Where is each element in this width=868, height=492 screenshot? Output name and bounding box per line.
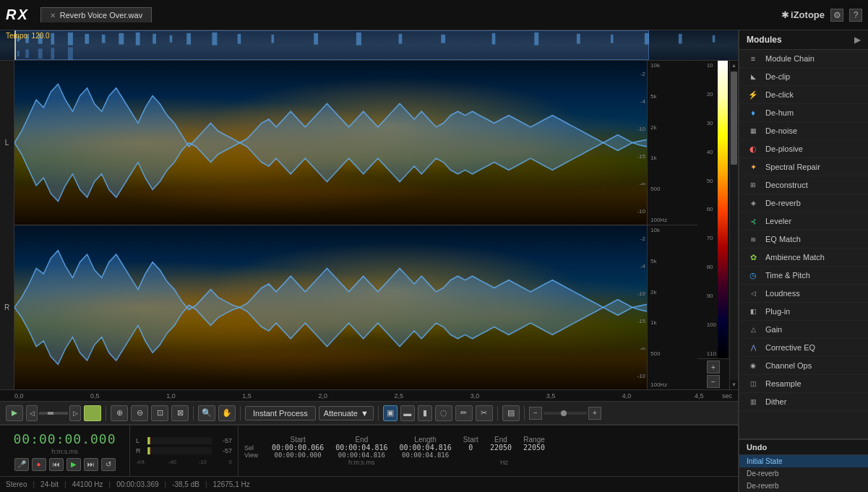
module-spectral-repair[interactable]: ✦ Spectral Repair xyxy=(739,158,868,176)
db-label-R-3: -10 xyxy=(627,290,645,297)
module-deconstruct[interactable]: ⊞ Deconstruct xyxy=(739,176,868,194)
file-tab[interactable]: ✕ Reverb Voice Over.wav xyxy=(40,7,152,22)
module-deconstruct-icon: ⊞ xyxy=(747,180,760,190)
module-leveler[interactable]: ⊰ Leveler xyxy=(739,212,868,230)
scroll-track[interactable] xyxy=(730,70,738,380)
module-channel-ops-icon: ◉ xyxy=(747,361,760,371)
tab-close-icon[interactable]: ✕ xyxy=(50,12,56,20)
lasso-btn[interactable]: ◌ xyxy=(435,405,452,421)
module-eq-match[interactable]: ≋ EQ Match xyxy=(739,230,868,249)
module-dehum-label: De-hum xyxy=(765,108,794,117)
waveform-overview[interactable]: Tempo: 120.0 xyxy=(0,30,738,61)
mic-btn[interactable]: 🎤 xyxy=(14,458,29,471)
module-dither-label: Dither xyxy=(765,397,786,406)
module-declip-label: De-clip xyxy=(765,72,790,81)
module-chain[interactable]: ≡ Module Chain xyxy=(739,50,868,68)
history-section: Undo Initial State De-reverb De-reverb xyxy=(739,439,868,492)
fast-fwd-btn[interactable]: ⏭ xyxy=(84,458,98,471)
history-item-dereverb-1[interactable]: De-reverb xyxy=(739,467,868,480)
zoom-slider[interactable] xyxy=(39,412,68,415)
channel-L[interactable]: -2 -4 -10 -15 -∞ -10 xyxy=(14,61,647,225)
db-label-L-3: -10 xyxy=(627,126,645,132)
zoom-in-btn[interactable]: ⊕ xyxy=(111,405,128,421)
scroll-up-btn[interactable]: ▲ xyxy=(730,61,738,70)
scroll-down-btn[interactable]: ▼ xyxy=(730,380,738,389)
spectrogram-main[interactable]: -2 -4 -10 -15 -∞ -10 xyxy=(14,61,647,389)
instant-process-button[interactable]: Instant Process xyxy=(245,406,316,420)
module-dither-icon: ▥ xyxy=(747,397,760,407)
magnify-btn[interactable]: 🔍 xyxy=(198,405,215,421)
status-db: -38,5 dB xyxy=(172,480,199,488)
hms-label: h:m:s.ms xyxy=(266,459,457,466)
zoom-fit-btn[interactable]: ⊡ xyxy=(151,405,168,421)
module-plugin[interactable]: ◧ Plug-in xyxy=(739,303,868,321)
statusbar: Stereo | 24-bit | 44100 Hz | 00:00:03.36… xyxy=(0,476,738,492)
brush-btn[interactable]: ✏ xyxy=(455,405,473,421)
svg-rect-19 xyxy=(492,33,496,45)
freq-scale-bottom: 10k 5k 2k 1k 500 100Hz xyxy=(648,225,697,389)
module-dither[interactable]: ▥ Dither xyxy=(739,393,868,411)
zoom-in-freq-btn[interactable]: + xyxy=(707,361,720,374)
channel-R[interactable]: -2 -4 -10 -15 -∞ -10 xyxy=(14,225,647,389)
eraser-btn[interactable]: ✂ xyxy=(476,405,493,421)
waveform-zoom-slider[interactable] xyxy=(543,412,587,415)
pan-btn[interactable]: ✋ xyxy=(218,405,236,421)
freq-1k-bot: 1k xyxy=(648,319,697,326)
record-btn[interactable]: ● xyxy=(32,458,46,471)
zoom-controls: − + xyxy=(529,407,601,420)
module-declip[interactable]: ◣ De-clip xyxy=(739,68,868,86)
color-tool-btn1[interactable] xyxy=(84,405,101,421)
zoom-select-btn[interactable]: ⊠ xyxy=(171,405,189,421)
freq-select-btn[interactable]: ▮ xyxy=(418,405,432,421)
module-time-pitch[interactable]: ◷ Time & Pitch xyxy=(739,267,868,285)
module-dehum[interactable]: ♦ De-hum xyxy=(739,104,868,122)
meter-L-value: -57 xyxy=(215,437,232,444)
module-corrective-eq[interactable]: ⋀ Corrective EQ xyxy=(739,339,868,357)
module-gain[interactable]: △ Gain xyxy=(739,321,868,339)
module-dereverb-label: De-reverb xyxy=(765,199,801,207)
selection-tool-btn[interactable]: ▣ xyxy=(383,405,398,421)
history-item-initial[interactable]: Initial State xyxy=(739,455,868,467)
module-resample-icon: ◫ xyxy=(747,379,760,389)
loop-btn[interactable]: ↺ xyxy=(101,458,116,471)
module-channel-ops[interactable]: ◉ Channel Ops xyxy=(739,357,868,375)
svg-rect-16 xyxy=(356,33,361,46)
playback-tool-btn[interactable] xyxy=(6,405,23,421)
module-plugin-label: Plug-in xyxy=(765,307,790,316)
scroll-thumb[interactable] xyxy=(731,72,737,165)
timeline-05: 0,5 xyxy=(90,392,100,400)
help-icon[interactable]: ? xyxy=(849,9,862,22)
settings-icon[interactable]: ⚙ xyxy=(830,9,843,22)
spectrogram-container: L R -2 xyxy=(0,61,738,389)
meter-btn[interactable]: ▤ xyxy=(502,405,520,421)
modules-expand-icon[interactable]: ▶ xyxy=(854,35,861,45)
timeline-40: 4,0 xyxy=(622,392,632,400)
time-select-btn[interactable]: ▬ xyxy=(400,405,415,421)
module-loudness[interactable]: ◁ Loudness xyxy=(739,285,868,303)
zoom-small-btn[interactable]: ◁ xyxy=(26,405,38,421)
timeline-10: 1,0 xyxy=(166,392,176,400)
module-declick[interactable]: ⚡ De-click xyxy=(739,86,868,104)
zoom-out-btn[interactable]: ⊖ xyxy=(131,405,148,421)
play-btn[interactable]: ▶ xyxy=(66,458,81,471)
rewind-btn[interactable]: ⏮ xyxy=(49,458,64,471)
status-sep-1: | xyxy=(33,480,35,488)
attenuate-dropdown[interactable]: Attenuate ▼ xyxy=(319,406,374,420)
module-resample[interactable]: ◫ Resample xyxy=(739,375,868,393)
module-denoise[interactable]: ▦ De-noise xyxy=(739,122,868,140)
module-resample-label: Resample xyxy=(765,379,802,388)
waveform-zoom-out[interactable]: − xyxy=(529,407,542,420)
timeline[interactable]: 0,0 0,5 1,0 1,5 2,0 2,5 3,0 3,5 4,0 4,5 … xyxy=(0,389,738,401)
history-item-dereverb-2[interactable]: De-reverb xyxy=(739,480,868,492)
module-deplosive[interactable]: ◐ De-plosive xyxy=(739,140,868,158)
zoom-out-freq-btn[interactable]: − xyxy=(707,375,720,388)
svg-rect-22 xyxy=(611,35,614,43)
zoom-large-btn[interactable]: ▷ xyxy=(69,405,81,421)
vertical-scrollbar[interactable]: ▲ ▼ xyxy=(729,61,738,389)
module-dereverb[interactable]: ◈ De-reverb xyxy=(739,194,868,212)
tempo-label: Tempo: 120.0 xyxy=(6,32,50,40)
waveform-zoom-in[interactable]: + xyxy=(588,407,601,420)
spec-bg-R xyxy=(14,225,647,389)
freq-scale-panel: 10k 5k 2k 1k 500 100Hz 10k 5k 2k 1k 500 … xyxy=(647,61,697,389)
module-ambience-match[interactable]: ✿ Ambience Match xyxy=(739,249,868,267)
